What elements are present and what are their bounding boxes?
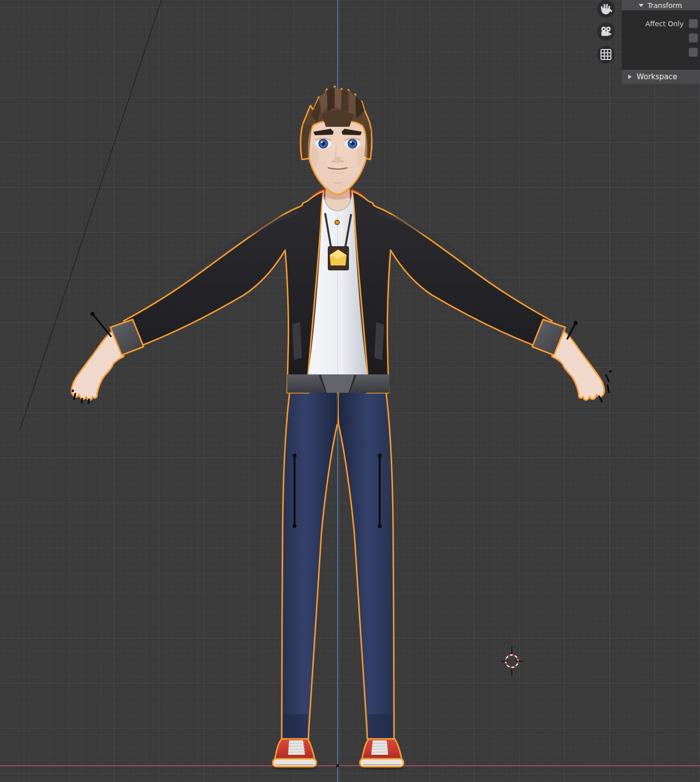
head <box>300 86 372 195</box>
affect-only-origins-checkbox[interactable] <box>689 19 698 28</box>
affect-only-parents-checkbox[interactable] <box>689 48 698 57</box>
toggle-ortho-grid-button[interactable] <box>597 46 615 63</box>
3d-cursor <box>501 646 523 676</box>
left-shoe <box>272 739 317 770</box>
blender-window: { "app": "blender-3d-viewport", "sidebar… <box>0 0 700 782</box>
character-model[interactable] <box>71 86 611 770</box>
grid-icon <box>597 46 615 63</box>
transform-panel-title: Transform <box>648 1 682 9</box>
camera-view-button[interactable] <box>597 23 615 41</box>
workspace-panel-title: Workspace <box>637 72 677 81</box>
jacket-hem <box>287 374 389 393</box>
chevron-right-icon <box>628 74 632 79</box>
affect-only-locations-checkbox[interactable] <box>689 33 698 43</box>
chevron-down-icon <box>639 4 644 7</box>
transform-panel-body: Affect Only <box>622 11 700 70</box>
hand-icon <box>597 0 615 18</box>
camera-icon <box>597 23 615 41</box>
right-shoe <box>359 739 405 770</box>
transform-panel-header[interactable]: Transform <box>622 0 700 11</box>
scene-layer <box>0 0 700 782</box>
pan-view-button[interactable] <box>597 0 615 18</box>
object-origin-dot <box>335 220 340 225</box>
workspace-panel-header[interactable]: Workspace <box>622 70 700 84</box>
world-origin-dot <box>336 764 339 767</box>
sidebar-n-panel: Transform Affect Only Workspace <box>622 0 700 84</box>
affect-only-label: Affect Only <box>645 20 684 28</box>
